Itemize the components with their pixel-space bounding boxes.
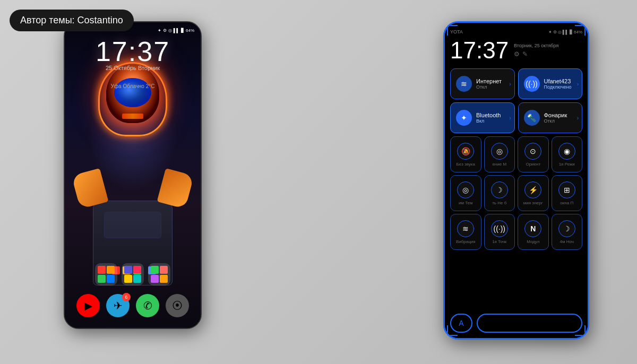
author-tag: Автор темы: Costantino [10, 10, 134, 31]
tiles-row-2: ✦ Bluetooth Вкл › 🔦 Фонарик Откл › [450, 102, 582, 133]
tile-night[interactable]: ☽ 4м Ноч [552, 214, 583, 250]
theme-icon: ◎ [457, 181, 474, 198]
tile-location[interactable]: ◎ ение М [484, 136, 515, 172]
app-dock: ▶ ✈ 6 ✆ ⦿ [65, 294, 201, 317]
left-phone: ✦ ⚙ ◎ ▌▌ ▊ 64% 17:37 25 Октябрь Вторник … [64, 21, 202, 329]
tile-vibration[interactable]: ≋ Вибрация [450, 214, 481, 250]
left-time-section: 17:37 25 Октябрь Вторник [65, 36, 201, 71]
corner-bl [447, 325, 458, 336]
a-label: A [459, 319, 463, 327]
silent-icon: 🔕 [457, 143, 474, 160]
location-icon: ◎ [491, 143, 508, 160]
orient-label: Ориент [526, 162, 540, 167]
tile-flashlight-text: Фонарик Откл [544, 112, 567, 124]
darkmode-icon: ☽ [491, 181, 508, 198]
hotspot-label: 1я Точк [492, 239, 506, 244]
hotspot-icon: ((·)) [491, 220, 508, 237]
left-date: 25 Октябрь Вторник [65, 65, 201, 71]
app-folders [95, 263, 170, 285]
bottom-search-bar[interactable] [477, 314, 582, 333]
location-label: ение М [492, 162, 506, 167]
flashlight-icon: 🔦 [524, 110, 540, 126]
edit-icon[interactable]: ✎ [522, 50, 528, 58]
tile-mode[interactable]: ◉ 1я Режи [552, 136, 583, 172]
tile-silent[interactable]: 🔕 Без звука [450, 136, 481, 172]
corner-tr [575, 25, 586, 36]
windows-icon: ⊞ [558, 181, 575, 198]
vibration-icon: ≋ [457, 220, 474, 237]
wifi-name: Ufanet423 [544, 78, 572, 84]
darkmode-label: ть Не б [492, 201, 506, 205]
mode-label: 1я Режи [559, 162, 575, 167]
app-folder-2[interactable] [122, 263, 144, 285]
flashlight-status: Откл [544, 118, 567, 124]
tile-internet-text: Интернет Откл [476, 78, 502, 90]
tile-wifi[interactable]: ((·)) Ufanet423 Подключено › [518, 68, 583, 99]
wifi-icon: ((·)) [524, 76, 540, 92]
right-date-icons: ⚙ ✎ [514, 50, 558, 58]
internet-icon: ≋ [456, 76, 472, 92]
telegram-badge: 6 [122, 293, 131, 301]
tile-energy[interactable]: ⚡ мия энерг [518, 175, 549, 211]
right-time: 17:37 [450, 39, 509, 62]
wifi-status: Подключено [544, 84, 572, 90]
flashlight-arrow: › [577, 115, 579, 121]
theme-label: им Тем [459, 201, 473, 205]
right-date: Вторник, 25 октября [514, 43, 558, 48]
dock-phone[interactable]: ✆ [136, 294, 159, 317]
app-folder-3[interactable] [148, 263, 170, 285]
tile-windows[interactable]: ⊞ окна П [552, 175, 583, 211]
tile-darkmode[interactable]: ☽ ть Не б [484, 175, 515, 211]
weather-widget: Уфа Облачно 2°C [65, 83, 201, 89]
tile-orient[interactable]: ⊙ Ориент [518, 136, 549, 172]
tile-flashlight[interactable]: 🔦 Фонарик Откл › [518, 102, 583, 133]
right-time-section: 17:37 Вторник, 25 октября ⚙ ✎ [450, 39, 582, 62]
settings-icon[interactable]: ⚙ [514, 50, 520, 58]
energy-icon: ⚡ [524, 181, 541, 198]
orient-icon: ⊙ [524, 143, 541, 160]
night-label: 4м Ноч [560, 239, 574, 244]
tile-bluetooth-text: Bluetooth Вкл [476, 112, 501, 124]
vibration-label: Вибрация [456, 239, 476, 244]
left-time: 17:37 [65, 36, 201, 67]
right-date-info: Вторник, 25 октября ⚙ ✎ [514, 39, 558, 58]
corner-br [575, 325, 586, 336]
windows-label: окна П [560, 201, 573, 205]
tile-bluetooth[interactable]: ✦ Bluetooth Вкл › [450, 102, 515, 133]
weather-text: Уфа Облачно 2°C [65, 83, 201, 89]
dock-telegram[interactable]: ✈ 6 [106, 294, 130, 317]
right-bottom-bar: A [450, 310, 582, 333]
bluetooth-status: Вкл [476, 118, 501, 124]
nfc-icon: N [524, 220, 541, 237]
nfc-label: Модул [527, 239, 539, 244]
internet-name: Интернет [476, 78, 502, 84]
energy-label: мия энерг [523, 201, 543, 205]
bluetooth-arrow: › [509, 115, 511, 121]
tile-theme[interactable]: ◎ им Тем [450, 175, 481, 211]
night-icon: ☽ [558, 220, 575, 237]
internet-status: Откл [476, 84, 502, 90]
right-status-bar: YOTA ✦ ⚙ ◎ ▌▌ ▊ 64% [450, 27, 582, 37]
internet-arrow: › [509, 81, 511, 87]
right-phone: YOTA ✦ ⚙ ◎ ▌▌ ▊ 64% 17:37 Вторник, 25 ок… [443, 21, 589, 340]
small-tiles-row-1: 🔕 Без звука ◎ ение М ⊙ Ориент ◉ 1я Режи [450, 136, 582, 172]
tile-hotspot[interactable]: ((·)) 1я Точк [484, 214, 515, 250]
dock-youtube[interactable]: ▶ [76, 294, 100, 317]
bluetooth-icon: ✦ [456, 110, 472, 126]
wifi-arrow: › [577, 81, 579, 87]
tile-wifi-text: Ufanet423 Подключено [544, 78, 572, 90]
flashlight-name: Фонарик [544, 112, 567, 118]
bluetooth-name: Bluetooth [476, 112, 501, 118]
mode-icon: ◉ [558, 143, 575, 160]
corner-tl [447, 25, 458, 36]
tile-nfc[interactable]: N Модул [518, 214, 549, 250]
silent-label: Без звука [457, 162, 475, 167]
left-status-icons: ✦ ⚙ ◎ ▌▌ ▊ 64% [158, 28, 194, 33]
tiles-row-1: ≋ Интернет Откл › ((·)) Ufanet423 Подклю… [450, 68, 582, 99]
app-folder-1[interactable] [95, 263, 117, 285]
author-label: Автор темы: Costantino [20, 15, 123, 25]
small-tiles-row-3: ≋ Вибрация ((·)) 1я Точк N Модул ☽ 4м Но… [450, 214, 582, 250]
tile-internet[interactable]: ≋ Интернет Откл › [450, 68, 515, 99]
dock-camera[interactable]: ⦿ [166, 294, 189, 317]
small-tiles-row-2: ◎ им Тем ☽ ть Не б ⚡ мия энерг ⊞ окна П [450, 175, 582, 211]
